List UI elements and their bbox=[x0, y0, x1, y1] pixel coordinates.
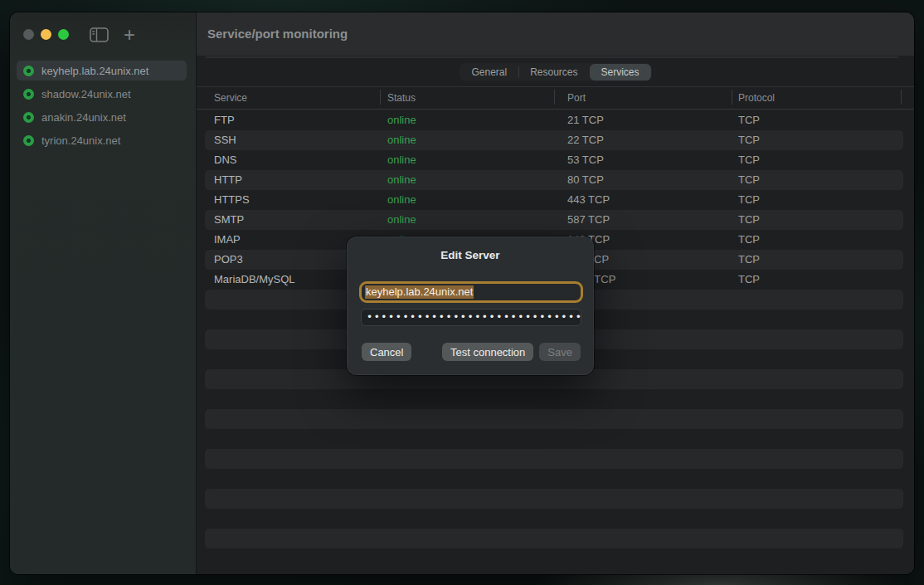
table-cell: online bbox=[387, 210, 567, 230]
column-separator[interactable] bbox=[732, 90, 732, 105]
cancel-button[interactable]: Cancel bbox=[362, 343, 411, 361]
traffic-lights bbox=[23, 29, 69, 40]
table-row[interactable]: HTTPonline80 TCPTCP bbox=[205, 170, 903, 190]
table-cell bbox=[214, 389, 387, 409]
table-cell: 21 TCP bbox=[567, 110, 738, 130]
table-cell: HTTP bbox=[214, 170, 387, 190]
table-cell bbox=[214, 429, 387, 449]
table-row[interactable]: HTTPSonline443 TCPTCP bbox=[205, 190, 903, 210]
header-cell-service[interactable]: Service bbox=[214, 88, 387, 108]
close-button[interactable] bbox=[23, 29, 34, 40]
header-cell-status[interactable]: Status bbox=[387, 88, 567, 108]
table-cell bbox=[387, 469, 567, 489]
table-row[interactable] bbox=[205, 489, 903, 509]
table-cell bbox=[567, 449, 738, 469]
table-row[interactable]: DNSonline53 TCPTCP bbox=[205, 150, 903, 170]
table-cell bbox=[387, 529, 567, 548]
table-cell bbox=[214, 489, 387, 509]
table-cell bbox=[738, 349, 903, 369]
table-cell bbox=[214, 529, 387, 548]
table-cell bbox=[738, 310, 903, 329]
table-row[interactable]: SMTPonline587 TCPTCP bbox=[205, 210, 903, 230]
table-cell bbox=[567, 509, 738, 529]
table-row[interactable] bbox=[205, 409, 903, 429]
sidebar-item[interactable]: tyrion.24unix.net bbox=[17, 130, 187, 150]
table-cell bbox=[214, 449, 387, 469]
table-cell bbox=[738, 409, 903, 429]
table-cell: 53 TCP bbox=[567, 150, 738, 170]
table-cell bbox=[387, 409, 567, 429]
table-cell: 587 TCP bbox=[567, 210, 738, 230]
table-row[interactable] bbox=[205, 469, 903, 489]
tab-general[interactable]: General bbox=[460, 64, 518, 80]
table-cell bbox=[387, 429, 567, 449]
table-cell bbox=[387, 489, 567, 509]
table-row[interactable]: FTPonline21 TCPTCP bbox=[205, 110, 903, 130]
table-cell bbox=[567, 369, 738, 389]
sidebar-item[interactable]: keyhelp.lab.24unix.net bbox=[17, 61, 187, 80]
tab-resources[interactable]: Resources bbox=[518, 64, 589, 80]
password-input[interactable]: ••••••••••••••••••••••••••••••••• bbox=[361, 309, 581, 326]
table-cell bbox=[738, 449, 903, 469]
table-cell: TCP bbox=[738, 110, 903, 130]
table-cell bbox=[567, 389, 738, 409]
modal-title: Edit Server bbox=[347, 249, 594, 261]
table-cell: TCP bbox=[738, 150, 903, 170]
sidebar-item-label: anakin.24unix.net bbox=[41, 111, 126, 124]
header-cell-protocol[interactable]: Protocol bbox=[738, 88, 903, 108]
toggle-sidebar-icon[interactable] bbox=[90, 27, 109, 42]
content-top-divider bbox=[206, 56, 898, 58]
table-row[interactable] bbox=[205, 509, 903, 529]
table-cell: online bbox=[387, 110, 567, 130]
sidebar-item-label: keyhelp.lab.24unix.net bbox=[41, 65, 148, 77]
table-cell: SSH bbox=[214, 130, 387, 150]
table-row[interactable] bbox=[205, 389, 903, 409]
table-row[interactable] bbox=[205, 529, 903, 548]
table-cell bbox=[738, 369, 903, 389]
column-separator[interactable] bbox=[380, 90, 381, 105]
table-cell: 80 TCP bbox=[567, 170, 738, 190]
page-title: Service/port monitoring bbox=[207, 12, 348, 56]
table-cell: TCP bbox=[738, 210, 903, 230]
table-cell bbox=[738, 329, 903, 349]
table-cell bbox=[214, 469, 387, 489]
modal-buttons: Cancel Test connection Save bbox=[347, 343, 594, 361]
add-server-button[interactable]: + bbox=[124, 27, 135, 43]
table-cell bbox=[738, 489, 903, 509]
table-row[interactable]: SSHonline22 TCPTCP bbox=[205, 130, 903, 150]
test-connection-button[interactable]: Test connection bbox=[442, 343, 533, 361]
column-separator[interactable] bbox=[554, 90, 555, 105]
table-cell bbox=[567, 529, 738, 548]
table-cell: HTTPS bbox=[214, 190, 387, 210]
save-button[interactable]: Save bbox=[539, 343, 581, 361]
sidebar-item[interactable]: anakin.24unix.net bbox=[17, 107, 187, 127]
table-cell bbox=[738, 469, 903, 489]
table-cell bbox=[567, 469, 738, 489]
table-cell: TCP bbox=[738, 190, 903, 210]
table-cell: 443 TCP bbox=[567, 190, 738, 210]
table-row[interactable] bbox=[205, 449, 903, 469]
server-status-icon bbox=[23, 89, 34, 100]
table-cell: 22 TCP bbox=[567, 130, 738, 150]
table-cell bbox=[387, 389, 567, 409]
column-separator[interactable] bbox=[901, 90, 902, 105]
table-row[interactable] bbox=[205, 429, 903, 449]
table-cell bbox=[738, 290, 903, 310]
table-cell bbox=[567, 489, 738, 509]
zoom-button[interactable] bbox=[58, 29, 69, 40]
header-cell-port[interactable]: Port bbox=[567, 88, 738, 108]
host-input[interactable]: keyhelp.lab.24unix.net bbox=[359, 281, 583, 303]
sidebar-item[interactable]: shadow.24unix.net bbox=[17, 84, 187, 104]
minimize-button[interactable] bbox=[41, 29, 51, 40]
table-cell: TCP bbox=[738, 230, 903, 250]
table-cell: FTP bbox=[214, 110, 387, 130]
titlebar: Service/port monitoring bbox=[197, 12, 914, 56]
table-cell bbox=[567, 429, 738, 449]
sidebar: + keyhelp.lab.24unix.netshadow.24unix.ne… bbox=[10, 12, 196, 574]
desktop: + keyhelp.lab.24unix.netshadow.24unix.ne… bbox=[0, 0, 924, 585]
table-cell bbox=[738, 509, 903, 529]
table-cell: DNS bbox=[214, 150, 387, 170]
table-cell bbox=[738, 429, 903, 449]
table-cell: online bbox=[387, 130, 567, 150]
tab-services[interactable]: Services bbox=[590, 64, 651, 80]
